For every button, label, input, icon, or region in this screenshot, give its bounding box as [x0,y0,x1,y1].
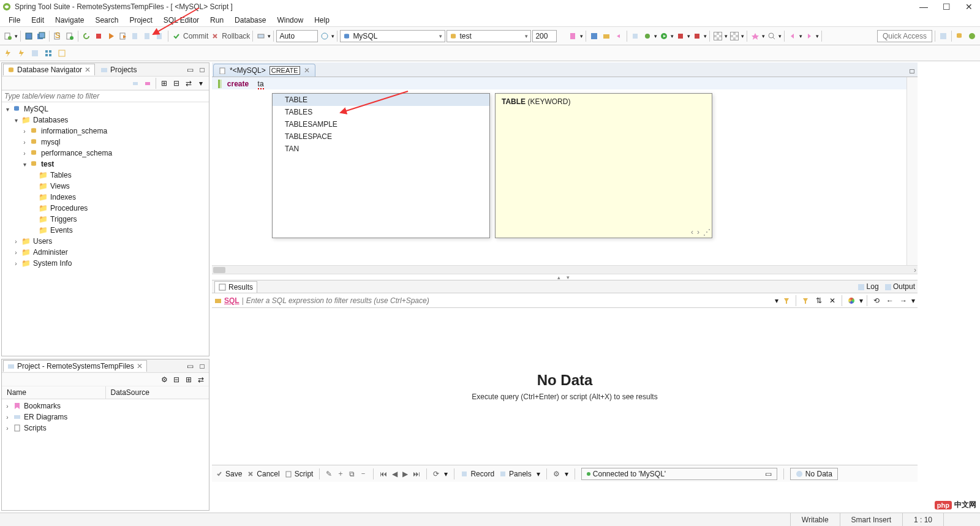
circle-dropdown[interactable]: ▾ [331,33,334,39]
minimize-view-icon[interactable]: ▭ [184,64,195,75]
link-icon[interactable]: ⇄ [183,78,194,89]
filter-funnel-icon[interactable] [800,295,811,306]
minimize-view-icon[interactable]: ▭ [184,361,195,372]
search-icon[interactable] [766,31,777,42]
pin-icon[interactable]: ⟲ [871,295,882,306]
stop-icon[interactable] [93,31,104,42]
open-conn-icon[interactable] [29,48,40,59]
first-icon[interactable]: ⏮ [380,470,387,478]
col-name[interactable]: Name [2,386,106,399]
tx-dropdown[interactable]: ▾ [268,33,271,39]
record-button[interactable]: Record [461,470,494,478]
expand-all-icon[interactable]: ⊞ [183,374,194,385]
tab-db-navigator[interactable]: Database Navigator ✕ [3,64,95,75]
debug-icon[interactable] [642,31,653,42]
db-tree[interactable]: ▾MySQL ▾📁Databases ›information_schema ›… [2,102,209,356]
log-link[interactable]: Log [858,282,878,291]
collapse-all-icon[interactable]: ⊟ [171,374,182,385]
commit-mode-select[interactable]: Auto [276,30,318,42]
sql-editor[interactable]: create ta TABLE TABLES TABLESAMPLE TABLE… [212,77,918,265]
nav-menu-icon[interactable]: ▾ [195,78,206,89]
forward-icon[interactable]: → [898,295,909,306]
edit-cell-icon[interactable]: ✎ [326,470,332,478]
perspective-spring-icon[interactable] [967,31,978,42]
doc-resize-icon[interactable]: ⋰ [703,228,710,236]
skip-icon[interactable] [630,31,641,42]
sql-new-icon[interactable]: S [52,31,63,42]
editor-tab[interactable]: *<MySQL> CREATE ✕ [213,64,315,77]
script-result-button[interactable]: Script [285,470,314,478]
debug-dropdown[interactable]: ▾ [654,33,657,39]
save-all-icon[interactable] [36,31,47,42]
new-button[interactable] [2,31,13,42]
nav-fwd-icon[interactable] [804,31,815,42]
close-tab-icon[interactable]: ✕ [85,66,91,74]
grid-a-icon[interactable] [712,31,723,42]
doc-right-icon[interactable]: › [697,228,699,236]
ac-item[interactable]: TAN [273,143,489,155]
apply-filter-icon[interactable] [781,295,792,306]
panels-button[interactable]: Panels▾ [499,470,540,478]
menu-search[interactable]: Search [90,15,123,26]
folder-open-icon[interactable] [601,31,612,42]
maximize-view-icon[interactable]: □ [197,361,208,372]
save-icon[interactable] [23,31,34,42]
ac-item[interactable]: TABLESAMPLE [273,118,489,130]
col-datasource[interactable]: DataSource [106,386,209,399]
results-filter-input[interactable] [246,296,772,305]
gear-icon[interactable]: ⚙ [159,374,170,385]
collapse-icon[interactable]: ⊟ [171,78,182,89]
run-icon[interactable] [105,31,116,42]
menu-window[interactable]: Window [272,15,308,26]
limit-input[interactable]: 200 [532,30,557,42]
tx-icon[interactable] [255,31,266,42]
remove-filter-icon[interactable]: ✕ [827,295,838,306]
unknown-circle-icon[interactable] [319,31,330,42]
gear-icon[interactable]: ⚙ [553,470,560,478]
close-editor-icon[interactable]: ✕ [304,66,310,75]
new-conn-dropdown[interactable]: ▾ [580,33,583,39]
no-data-button[interactable]: No Data [790,468,838,480]
sash-handle[interactable]: ▴ ▾ [557,274,573,280]
star-icon[interactable] [750,31,761,42]
tab-project[interactable]: Project - RemoteSystemsTempFiles ✕ [3,360,147,372]
rollback-icon[interactable] [209,31,221,42]
cancel-result-button[interactable]: Cancel [247,470,279,478]
refresh-results-icon[interactable]: ⟳ [433,470,439,478]
close-button[interactable]: ✕ [965,2,973,12]
exec-script-icon[interactable] [118,31,129,42]
db-type-select[interactable]: MySQL▾ [340,30,445,42]
project-tree[interactable]: ›Bookmarks ›ER Diagrams ›Scripts [2,399,209,510]
ac-item[interactable]: TABLESPACE [273,130,489,143]
horizontal-scrollbar[interactable]: › [212,265,918,274]
run-dropdown[interactable]: ▾ [671,33,674,39]
maximize-view-icon[interactable]: □ [197,64,208,75]
filter-input[interactable] [2,90,209,102]
save-result-button[interactable]: Save [216,470,242,478]
overview-ruler[interactable] [907,77,918,265]
run-red-icon[interactable] [675,31,686,42]
rollback-label[interactable]: Rollback [222,32,250,40]
filter-history-dropdown[interactable]: ▾ [775,296,778,305]
menu-database[interactable]: Database [230,15,271,26]
ext-tools-icon[interactable] [692,31,703,42]
maximize-button[interactable]: ☐ [943,2,951,12]
colors-icon[interactable] [846,295,857,306]
menu-navigate[interactable]: Navigate [50,15,89,26]
sort-icon[interactable]: ⇅ [813,295,824,306]
menu-file[interactable]: File [4,15,25,26]
next-icon[interactable]: ▶ [402,470,408,478]
database-select[interactable]: test▾ [447,30,531,42]
link-editor-icon[interactable]: ⇄ [195,374,206,385]
run-green-icon[interactable] [658,31,669,42]
conn-detail-icon[interactable]: ▭ [765,470,772,478]
grid-b-icon[interactable] [729,31,740,42]
tab-projects[interactable]: Projects [96,64,141,76]
disk-icon[interactable] [589,31,600,42]
refresh-icon[interactable] [81,31,92,42]
new-dropdown[interactable]: ▾ [15,33,18,39]
close-tab-icon[interactable]: ✕ [137,362,143,370]
last-icon[interactable]: ⏭ [413,470,420,478]
minimize-button[interactable]: — [919,2,928,12]
add-row-icon[interactable]: ＋ [337,468,344,479]
